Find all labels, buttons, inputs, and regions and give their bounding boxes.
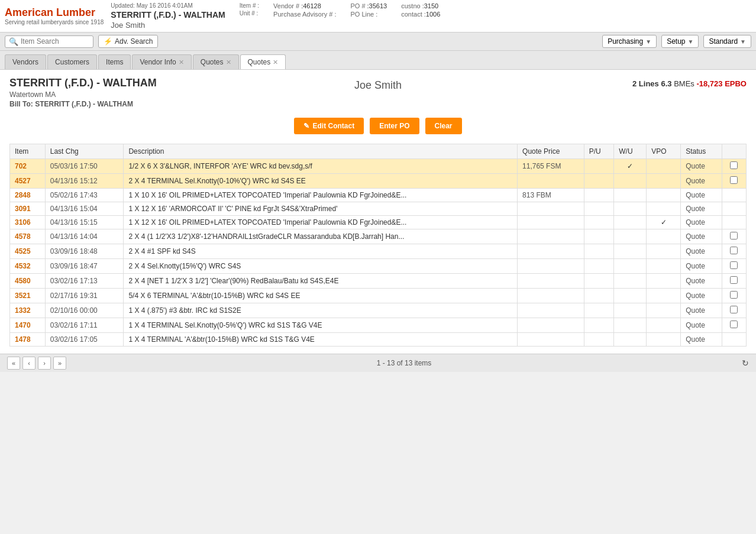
cell-quote-price — [518, 318, 584, 333]
adv-search-label: Adv. Search — [115, 37, 153, 46]
cell-last-chg: 02/17/16 19:31 — [45, 289, 124, 303]
cell-status: Quote — [681, 274, 722, 289]
cell-vpo — [647, 174, 681, 189]
purchase-advisory: Purchase Advisory # : — [273, 11, 336, 18]
cell-description: 2 X 4 TERMINAL Sel.Knotty(0-10%'Q') WRC … — [124, 174, 518, 189]
cell-checkbox[interactable] — [722, 159, 746, 174]
row-checkbox[interactable] — [730, 321, 738, 328]
cell-description: 2 X 4 [NET 1 1/2'X 3 1/2'] 'Clear'(90%) … — [124, 274, 518, 289]
cell-checkbox[interactable] — [722, 244, 746, 259]
cell-description: 2 X 4 (1 1/2'X3 1/2')X8'-12'HANDRAIL1stG… — [124, 229, 518, 244]
clear-button[interactable]: Clear — [425, 118, 462, 134]
cell-status: Quote — [681, 229, 722, 244]
tab-quotes-2-label: Quotes — [248, 58, 271, 66]
setup-dropdown[interactable]: Setup ▼ — [661, 35, 699, 48]
cell-status: Quote — [681, 202, 722, 216]
cell-last-chg: 04/13/16 15:04 — [45, 202, 124, 216]
cell-vpo — [647, 189, 681, 202]
edit-contact-button[interactable]: ✎ Edit Contact — [294, 118, 364, 134]
unit-label: Unit # : — [240, 10, 259, 17]
prev-page-button[interactable]: ‹ — [22, 357, 35, 370]
tab-quotes-2[interactable]: Quotes ✕ — [240, 54, 286, 69]
tab-customers-label: Customers — [55, 58, 89, 66]
tab-quotes-1-close-icon[interactable]: ✕ — [226, 59, 231, 66]
cell-quote-price — [518, 174, 584, 189]
row-checkbox[interactable] — [730, 176, 738, 184]
cell-vpo: ✓ — [647, 216, 681, 229]
cell-item: 2848 — [10, 189, 46, 202]
cell-quote-price — [518, 333, 584, 347]
cell-wu — [614, 303, 647, 318]
cell-last-chg: 04/13/16 15:12 — [45, 174, 124, 189]
adv-search-button[interactable]: ⚡ Adv. Search — [98, 35, 158, 48]
tab-items[interactable]: Items — [98, 54, 131, 69]
cell-status: Quote — [681, 318, 722, 333]
cell-checkbox[interactable] — [722, 174, 746, 189]
row-checkbox[interactable] — [730, 306, 738, 313]
quotes-table: Item Last Chg Description Quote Price P/… — [9, 144, 747, 347]
search-box[interactable]: 🔍 — [5, 35, 93, 48]
tab-vendor-info-close-icon[interactable]: ✕ — [179, 59, 184, 66]
col-checkbox — [722, 144, 746, 159]
cell-pu — [584, 216, 614, 229]
cell-item: 1470 — [10, 318, 46, 333]
standard-dropdown[interactable]: Standard ▼ — [703, 35, 751, 48]
cell-status: Quote — [681, 289, 722, 303]
custno: custno :3150 — [401, 2, 440, 9]
cell-checkbox[interactable] — [722, 318, 746, 333]
tab-quotes-2-close-icon[interactable]: ✕ — [273, 59, 278, 66]
table-row: 3091 04/13/16 15:04 1 X 12 X 16' 'ARMORC… — [10, 202, 747, 216]
row-checkbox[interactable] — [730, 291, 738, 299]
tab-vendors[interactable]: Vendors — [5, 54, 46, 69]
bill-to-value: STERRITT (,F.D.) - WALTHAM — [35, 100, 133, 108]
tab-quotes-1-label: Quotes — [201, 58, 224, 66]
cell-item: 4580 — [10, 274, 46, 289]
cell-last-chg: 03/02/16 17:05 — [45, 333, 124, 347]
row-checkbox[interactable] — [730, 276, 738, 284]
cell-wu — [614, 333, 647, 347]
next-page-button[interactable]: › — [38, 357, 51, 370]
edit-contact-icon: ✎ — [303, 122, 309, 130]
cell-checkbox[interactable] — [722, 274, 746, 289]
edit-contact-label: Edit Contact — [312, 122, 354, 130]
cell-quote-price — [518, 229, 584, 244]
cell-status: Quote — [681, 333, 722, 347]
enter-po-button[interactable]: Enter PO — [370, 118, 419, 134]
row-checkbox[interactable] — [730, 261, 738, 269]
tab-customers[interactable]: Customers — [47, 54, 97, 69]
cell-description: 1 X 10 X 16' OIL PRIMED+LATEX TOPCOATED … — [124, 189, 518, 202]
table-row: 1332 02/10/16 00:00 1 X 4 (.875') #3 &bt… — [10, 303, 747, 318]
cell-status: Quote — [681, 189, 722, 202]
last-page-button[interactable]: » — [53, 357, 66, 370]
cell-checkbox[interactable] — [722, 259, 746, 274]
refresh-icon[interactable]: ↻ — [742, 358, 749, 368]
tab-vendor-info[interactable]: Vendor Info ✕ — [132, 54, 191, 69]
cell-quote-price: 813 FBM — [518, 189, 584, 202]
cell-status: Quote — [681, 244, 722, 259]
table-row: 4580 03/02/16 17:13 2 X 4 [NET 1 1/2'X 3… — [10, 274, 747, 289]
row-checkbox[interactable] — [730, 232, 738, 240]
table-row: 1470 03/02/16 17:11 1 X 4 TERMINAL Sel.K… — [10, 318, 747, 333]
cell-last-chg: 02/10/16 00:00 — [45, 303, 124, 318]
col-item: Item — [10, 144, 46, 159]
cell-checkbox[interactable] — [722, 229, 746, 244]
quote-epbo: -18,723 EPBO — [696, 79, 747, 88]
cell-status: Quote — [681, 259, 722, 274]
cell-checkbox[interactable] — [722, 303, 746, 318]
cell-status: Quote — [681, 303, 722, 318]
table-row: 3106 04/13/16 15:15 1 X 12 X 16' OIL PRI… — [10, 216, 747, 229]
first-page-button[interactable]: « — [7, 357, 20, 370]
cell-checkbox[interactable] — [722, 289, 746, 303]
cell-item: 4532 — [10, 259, 46, 274]
brand-logo: American Lumber Serving retail lumberyar… — [5, 7, 104, 25]
row-checkbox[interactable] — [730, 161, 738, 169]
search-input[interactable] — [21, 37, 89, 46]
cell-item: 3106 — [10, 216, 46, 229]
cell-last-chg: 05/03/16 17:50 — [45, 159, 124, 174]
tab-quotes-1[interactable]: Quotes ✕ — [193, 54, 239, 69]
cell-description: 2 X 4 #1 SPF kd S4S — [124, 244, 518, 259]
purchasing-dropdown[interactable]: Purchasing ▼ — [602, 35, 657, 48]
row-checkbox[interactable] — [730, 247, 738, 254]
table-row: 4527 04/13/16 15:12 2 X 4 TERMINAL Sel.K… — [10, 174, 747, 189]
standard-label: Standard — [709, 37, 738, 46]
